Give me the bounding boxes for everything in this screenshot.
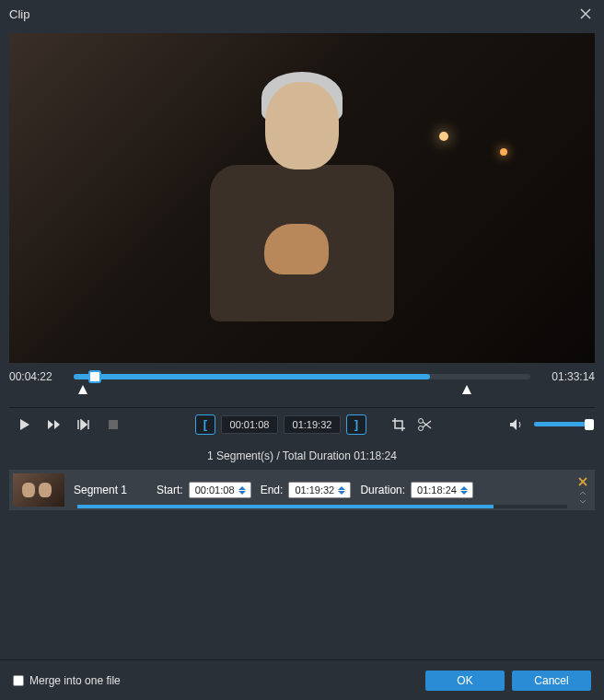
preview-bg-light	[439, 132, 448, 141]
segment-start-field: Start: 00:01:08	[157, 482, 251, 498]
duration-spinner	[460, 483, 471, 497]
svg-point-2	[419, 426, 424, 430]
stop-icon	[109, 420, 118, 429]
next-frame-icon	[77, 419, 90, 430]
ok-button[interactable]: OK	[425, 671, 505, 691]
next-frame-button[interactable]	[74, 414, 94, 435]
chevron-up-icon	[579, 491, 587, 496]
end-label: End:	[261, 484, 284, 496]
segment-row[interactable]: Segment 1 Start: 00:01:08 End: 01:19:32	[9, 470, 595, 510]
total-time: 01:33:14	[540, 370, 595, 383]
set-out-button[interactable]: ]	[346, 414, 366, 435]
titlebar: Clip	[0, 0, 604, 28]
footer-buttons: OK Cancel	[425, 671, 591, 691]
video-preview[interactable]	[9, 33, 595, 363]
chevron-down-icon	[579, 499, 587, 504]
volume-thumb[interactable]	[585, 419, 594, 430]
segment-end-field: End: 01:19:32	[261, 482, 352, 498]
segment-name: Segment 1	[74, 484, 147, 496]
preview-bg-light	[500, 148, 507, 156]
footer: Merge into one file OK Cancel	[0, 659, 604, 700]
progress-thumb[interactable]	[88, 370, 101, 383]
volume-controls	[506, 414, 589, 435]
segment-summary: 1 Segment(s) / Total Duration 01:18:24	[0, 440, 604, 470]
playback-controls	[15, 414, 123, 435]
delete-segment-button[interactable]	[576, 475, 589, 488]
move-up-button[interactable]	[576, 489, 589, 496]
duration-spinner-down[interactable]	[460, 491, 468, 495]
in-marker[interactable]	[78, 385, 87, 394]
set-in-button[interactable]: [	[195, 414, 215, 435]
close-button[interactable]	[576, 5, 595, 23]
current-time: 00:04:22	[9, 370, 64, 383]
segment-list: Segment 1 Start: 00:01:08 End: 01:19:32	[9, 470, 595, 510]
cut-button[interactable]	[414, 414, 435, 435]
volume-slider[interactable]	[534, 422, 589, 426]
out-marker[interactable]	[462, 385, 471, 394]
window-title: Clip	[9, 7, 29, 21]
close-icon	[580, 8, 591, 19]
play-icon	[19, 418, 30, 431]
start-spinner-down[interactable]	[238, 491, 246, 495]
segment-duration-field: Duration: 01:18:24	[360, 482, 473, 498]
fast-forward-icon	[47, 419, 62, 430]
move-down-button[interactable]	[576, 497, 589, 505]
duration-spinner-up[interactable]	[460, 486, 468, 490]
merge-checkbox-label[interactable]: Merge into one file	[13, 674, 121, 687]
start-spinner	[238, 483, 250, 497]
crop-icon	[391, 417, 406, 432]
trim-controls: [ 00:01:08 01:19:32 ]	[123, 414, 506, 435]
marker-bar	[74, 385, 530, 400]
controls-row: [ 00:01:08 01:19:32 ]	[9, 407, 595, 440]
end-spinner-down[interactable]	[338, 491, 345, 495]
progress-fill	[74, 374, 430, 379]
fast-forward-button[interactable]	[44, 414, 64, 435]
segment-thumbnail	[13, 473, 64, 507]
end-spinner	[338, 483, 349, 497]
delete-icon	[578, 477, 587, 486]
start-spinner-up[interactable]	[238, 486, 246, 490]
segment-progress	[77, 505, 567, 508]
preview-content	[173, 56, 431, 314]
svg-rect-0	[109, 420, 118, 429]
volume-icon	[509, 418, 524, 431]
play-button[interactable]	[15, 414, 35, 435]
segment-actions	[576, 475, 591, 505]
duration-label: Duration:	[360, 484, 405, 496]
volume-button[interactable]	[506, 414, 527, 435]
video-frame	[9, 33, 595, 363]
in-time-display: 00:01:08	[221, 415, 278, 434]
merge-label: Merge into one file	[29, 674, 121, 687]
stop-button[interactable]	[103, 414, 123, 435]
segment-progress-fill	[77, 505, 494, 508]
scissors-icon	[417, 417, 432, 432]
start-label: Start:	[157, 484, 183, 496]
crop-button[interactable]	[389, 414, 409, 435]
merge-checkbox[interactable]	[13, 675, 24, 686]
playback-bar: 00:04:22 01:33:14	[9, 370, 595, 383]
cancel-button[interactable]: Cancel	[512, 671, 591, 691]
progress-track[interactable]	[74, 374, 530, 379]
out-time-display: 01:19:32	[284, 415, 341, 434]
end-spinner-up[interactable]	[338, 486, 345, 490]
svg-point-1	[419, 418, 424, 423]
